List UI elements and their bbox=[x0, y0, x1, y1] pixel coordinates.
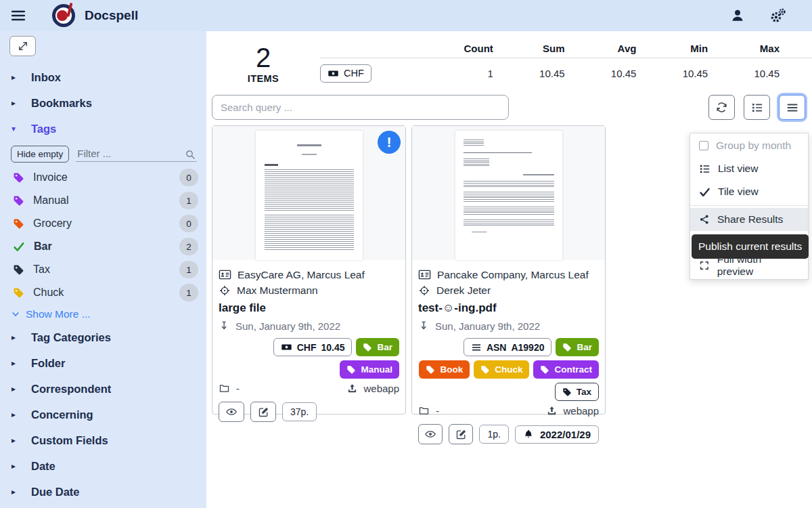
sidebar-item-source[interactable]: ▸ Source bbox=[0, 505, 206, 508]
tag-badge-contract: Contract bbox=[533, 360, 599, 379]
sidebar-item-bookmarks[interactable]: ▸ Bookmarks bbox=[0, 90, 206, 116]
tag-count-badge: 0 bbox=[179, 169, 198, 186]
tag-icon bbox=[480, 365, 490, 375]
settings-gears-icon[interactable] bbox=[769, 7, 786, 24]
search-toolbar bbox=[212, 95, 805, 120]
menu-item-tile-view[interactable]: Tile view bbox=[690, 180, 808, 203]
search-icon bbox=[185, 148, 196, 160]
caret-right-icon: ▸ bbox=[12, 487, 22, 496]
caret-right-icon: ▸ bbox=[12, 72, 22, 82]
share-results-tooltip: Publish current results bbox=[692, 234, 809, 259]
stats-value-row: CHF 1 10.45 10.45 10.45 10.45 bbox=[320, 58, 812, 88]
date-arrow-icon bbox=[418, 320, 430, 332]
menu-item-list-view[interactable]: List view bbox=[690, 157, 808, 180]
sidebar-item-tag-categories[interactable]: ▸ Tag Categories bbox=[0, 324, 206, 350]
tag-count-badge: 1 bbox=[179, 261, 198, 278]
menu-item-share-results[interactable]: Share Results bbox=[690, 208, 808, 231]
tag-item-chuck[interactable]: Chuck 1 bbox=[0, 281, 206, 304]
sidebar-item-due-date[interactable]: ▸ Due Date bbox=[0, 479, 206, 505]
preview-eye-button[interactable] bbox=[418, 424, 443, 444]
stats-col-count: Count bbox=[422, 43, 493, 54]
concerning-row: Derek Jeter bbox=[418, 282, 599, 298]
tag-filter-input[interactable] bbox=[76, 146, 197, 162]
items-count-label: ITEMS bbox=[206, 73, 320, 84]
tag-badge-bar: Bar bbox=[356, 338, 399, 356]
item-title[interactable]: test-☺-ing.pdf bbox=[418, 301, 599, 315]
show-more-link[interactable]: Show More ... bbox=[0, 304, 206, 324]
edit-button[interactable] bbox=[250, 402, 276, 422]
tag-item-tax[interactable]: Tax 1 bbox=[0, 258, 206, 281]
tag-badge-manual: Manual bbox=[340, 360, 399, 379]
item-date-row: Sun, January 9th, 2022 bbox=[418, 318, 599, 334]
address-card-icon bbox=[219, 268, 231, 281]
sidebar-nav: ▸ Inbox ▸ Bookmarks ▾ Tags Hide empty bbox=[0, 64, 206, 508]
items-count: 2 bbox=[206, 44, 320, 72]
tag-badge-tax: Tax bbox=[555, 383, 599, 401]
sidebar-item-correspondent[interactable]: ▸ Correspondent bbox=[0, 376, 206, 402]
tag-item-invoice[interactable]: Invoice 0 bbox=[0, 166, 206, 189]
tag-icon bbox=[13, 264, 24, 276]
stat-min-value: 10.45 bbox=[636, 68, 708, 79]
collapse-sidebar-button[interactable] bbox=[9, 36, 36, 56]
sidebar-item-date[interactable]: ▸ Date bbox=[0, 453, 206, 479]
docspell-logo[interactable] bbox=[51, 3, 76, 28]
sidebar-item-concerning[interactable]: ▸ Concerning bbox=[0, 402, 206, 427]
correspondent-row: Pancake Company, Marcus Leaf bbox=[418, 267, 599, 282]
tag-item-bar-selected[interactable]: Bar 2 bbox=[0, 235, 206, 258]
menu-item-group-by-month[interactable]: Group by month bbox=[690, 134, 808, 157]
sidebar-item-custom-fields[interactable]: ▸ Custom Fields bbox=[0, 427, 206, 453]
tag-badge-chuck: Chuck bbox=[474, 360, 529, 379]
item-card[interactable]: Pancake Company, Marcus Leaf Derek Jeter… bbox=[411, 125, 606, 415]
search-input[interactable] bbox=[212, 95, 509, 120]
item-title[interactable]: large file bbox=[219, 301, 399, 315]
eye-icon bbox=[225, 406, 238, 418]
tag-filter-bar: Hide empty bbox=[0, 142, 206, 166]
view-menu-button[interactable] bbox=[779, 95, 805, 120]
user-icon[interactable] bbox=[730, 8, 745, 23]
attention-badge[interactable]: ! bbox=[378, 131, 401, 154]
card-body: Pancake Company, Marcus Leaf Derek Jeter… bbox=[412, 260, 605, 419]
document-preview[interactable]: ! bbox=[212, 126, 405, 260]
tag-icon bbox=[13, 287, 24, 299]
refresh-button[interactable] bbox=[708, 95, 735, 120]
tag-icon bbox=[13, 195, 24, 207]
tag-count-badge: 1 bbox=[179, 192, 198, 209]
tag-icon bbox=[426, 365, 435, 375]
hide-empty-button[interactable]: Hide empty bbox=[11, 146, 69, 163]
top-navbar: Docspell bbox=[0, 0, 812, 31]
menu-divider bbox=[690, 205, 808, 206]
caret-right-icon: ▸ bbox=[12, 333, 22, 342]
list-icon bbox=[699, 163, 710, 175]
edit-button[interactable] bbox=[449, 424, 473, 444]
folder-source-row: - webapp bbox=[219, 383, 399, 394]
tag-filter-wrap bbox=[76, 146, 197, 162]
refresh-icon bbox=[715, 101, 728, 114]
sidebar-item-tags[interactable]: ▾ Tags bbox=[0, 116, 206, 142]
sidebar-item-folder[interactable]: ▸ Folder bbox=[0, 350, 206, 376]
item-date-row: Sun, January 9th, 2022 bbox=[219, 318, 399, 334]
folder-value: - bbox=[236, 383, 240, 394]
date-arrow-icon bbox=[219, 320, 230, 332]
concerning-row: Max Mustermann bbox=[219, 282, 399, 298]
money-bill-icon bbox=[281, 341, 292, 353]
tag-count-badge: 0 bbox=[179, 215, 198, 232]
expand-icon bbox=[699, 260, 710, 271]
preview-eye-button[interactable] bbox=[219, 402, 244, 422]
currency-chip: CHF bbox=[320, 64, 371, 83]
caret-right-icon: ▸ bbox=[12, 410, 22, 419]
folder-icon bbox=[219, 383, 230, 394]
sidebar-item-inbox[interactable]: ▸ Inbox bbox=[0, 64, 206, 90]
expand-arrows-icon bbox=[17, 40, 29, 52]
document-preview[interactable] bbox=[412, 126, 605, 260]
tag-item-grocery[interactable]: Grocery 0 bbox=[0, 212, 206, 235]
card-footer: 1p. 2022/01/29 bbox=[412, 419, 605, 450]
item-card[interactable]: ! EasyCare AG, Marcus Leaf Max Musterman… bbox=[212, 125, 406, 415]
stats-col-min: Min bbox=[636, 43, 708, 54]
caret-right-icon: ▸ bbox=[12, 98, 22, 108]
tag-item-manual[interactable]: Manual 1 bbox=[0, 189, 206, 212]
menu-toggle-icon[interactable] bbox=[9, 7, 27, 24]
select-mode-button[interactable] bbox=[744, 95, 770, 120]
sidebar: ▸ Inbox ▸ Bookmarks ▾ Tags Hide empty bbox=[0, 31, 206, 508]
caret-down-icon: ▾ bbox=[12, 124, 22, 133]
item-badges: CHF 10.45 Bar Manual bbox=[219, 338, 399, 379]
